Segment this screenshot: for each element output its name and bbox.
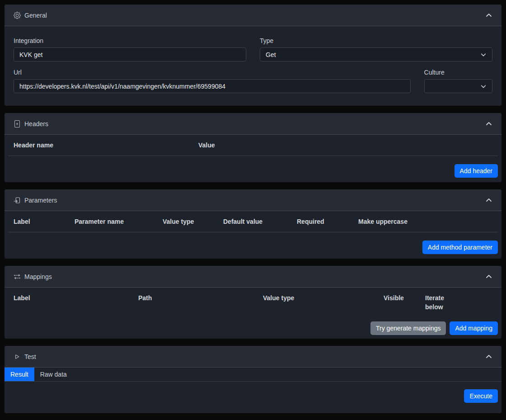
parameters-section-header: Parameters [5,189,501,211]
column-header: Default value [218,211,291,232]
column-header: Make uppercase [353,211,498,232]
chevron-up-icon[interactable] [485,12,492,19]
general-section: General Integration Type Get Ur [5,5,501,106]
chevron-up-icon[interactable] [485,120,492,127]
url-input[interactable] [14,79,411,93]
swap-arrows-icon [14,273,21,280]
column-header: Value type [258,288,378,317]
column-header: Visible [378,288,420,317]
parameters-section: Parameters Label Parameter name Value ty… [5,189,501,259]
play-icon [14,353,21,360]
headers-section: Headers Header name Value Add header [5,113,501,182]
mappings-section-header: Mappings [5,266,501,288]
column-header: Value type [157,211,218,232]
chevron-up-icon[interactable] [485,353,492,360]
parameters-table: Label Parameter name Value type Default … [8,211,498,232]
chevron-up-icon[interactable] [485,197,492,204]
file-arrow-icon [14,197,21,204]
test-section-title: Test [24,353,36,360]
column-header: Label [8,211,69,232]
chevron-down-icon [480,52,487,58]
integration-input[interactable] [14,47,246,61]
column-header: Required [291,211,353,232]
gear-icon [14,12,21,19]
file-plus-icon [14,120,21,127]
culture-label: Culture [424,69,492,76]
mappings-table: Label Path Value type Visible Iterate be… [8,288,498,317]
integration-label: Integration [14,37,246,44]
column-header: Path [133,288,258,317]
try-generate-mappings-button[interactable]: Try generate mappings [370,321,446,335]
type-select[interactable]: Get [260,47,492,61]
general-section-header: General [5,5,501,26]
headers-table: Header name Value [8,135,498,156]
execute-button[interactable]: Execute [464,389,498,403]
parameters-section-title: Parameters [24,197,57,204]
url-label: Url [14,69,411,76]
test-section: Test Result Raw data Execute [5,346,501,413]
type-select-value: Get [266,51,276,58]
test-section-header: Test [5,346,501,368]
chevron-up-icon[interactable] [485,273,492,280]
general-form: Integration Type Get Url Culture [5,26,501,106]
add-header-button[interactable]: Add header [454,164,498,178]
column-header: Header name [8,135,193,156]
mappings-section: Mappings Label Path Value type Visible I… [5,266,501,339]
column-header: Value [193,135,498,156]
headers-section-header: Headers [5,113,501,135]
tab-raw-data[interactable]: Raw data [34,368,73,381]
culture-select[interactable] [424,79,492,93]
add-method-parameter-button[interactable]: Add method parameter [422,241,498,254]
column-header: Iterate below [420,288,456,317]
column-spacer [456,288,498,317]
general-section-title: General [24,12,47,19]
mappings-section-title: Mappings [24,273,52,280]
type-label: Type [260,37,492,44]
column-header: Parameter name [69,211,157,232]
tab-result[interactable]: Result [5,368,34,381]
column-header: Label [8,288,133,317]
add-mapping-button[interactable]: Add mapping [450,321,498,335]
headers-section-title: Headers [24,120,48,127]
chevron-down-icon [480,83,487,90]
test-tab-bar: Result Raw data [5,368,501,382]
